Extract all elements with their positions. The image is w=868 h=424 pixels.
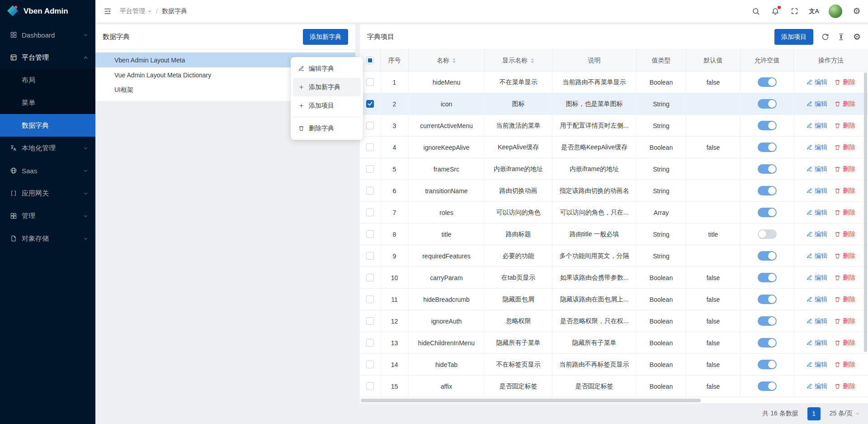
- context-menu-item-add-item[interactable]: 添加项目: [293, 96, 361, 115]
- row-checkbox[interactable]: [366, 165, 374, 173]
- sort-icons[interactable]: [452, 58, 456, 63]
- row-checkbox[interactable]: [366, 122, 374, 129]
- context-menu-item-edit-dictionary[interactable]: 编辑字典: [293, 59, 361, 78]
- edit-button[interactable]: 编辑: [807, 339, 827, 347]
- collapse-sidebar-icon[interactable]: [103, 6, 113, 16]
- translate-icon[interactable]: 文A: [809, 6, 819, 16]
- delete-button[interactable]: 删除: [835, 317, 855, 325]
- edit-button[interactable]: 编辑: [807, 209, 827, 217]
- page-size-select[interactable]: 25 条/页: [830, 410, 860, 418]
- row-checkbox[interactable]: [366, 78, 374, 86]
- context-menu-item-delete-dictionary[interactable]: 删除字典: [293, 119, 361, 138]
- delete-button[interactable]: 删除: [835, 187, 855, 195]
- allow-null-toggle[interactable]: [758, 164, 777, 174]
- allow-null-toggle[interactable]: [758, 143, 777, 152]
- row-checkbox[interactable]: [366, 382, 374, 390]
- sidebar-item-saas[interactable]: Saas: [0, 159, 95, 182]
- edit-button[interactable]: 编辑: [807, 274, 827, 282]
- row-checkbox[interactable]: [366, 339, 374, 347]
- sidebar-subitem-menu[interactable]: 菜单: [0, 91, 95, 114]
- search-icon[interactable]: [751, 6, 761, 16]
- delete-button[interactable]: 删除: [835, 382, 855, 391]
- sidebar-item-dashboard[interactable]: Dashboard: [0, 24, 95, 46]
- row-checkbox[interactable]: [366, 143, 374, 151]
- edit-button[interactable]: 编辑: [807, 100, 827, 108]
- row-checkbox[interactable]: [366, 252, 374, 260]
- edit-button[interactable]: 编辑: [807, 230, 827, 238]
- row-checkbox[interactable]: [366, 295, 374, 303]
- vertical-scrollbar[interactable]: [863, 71, 868, 398]
- row-checkbox[interactable]: [366, 100, 374, 108]
- edit-button[interactable]: 编辑: [807, 361, 827, 369]
- edit-button[interactable]: 编辑: [807, 122, 827, 130]
- edit-button[interactable]: 编辑: [807, 78, 827, 86]
- allow-null-toggle[interactable]: [758, 273, 777, 282]
- breadcrumb-item-platform[interactable]: 平台管理: [120, 7, 152, 15]
- delete-button[interactable]: 删除: [835, 252, 855, 260]
- refresh-icon[interactable]: [821, 33, 829, 41]
- sidebar-item-platform[interactable]: 平台管理: [0, 46, 95, 69]
- edit-button[interactable]: 编辑: [807, 295, 827, 304]
- column-header-name[interactable]: 名称: [409, 50, 485, 71]
- add-item-button[interactable]: 添加项目: [774, 29, 813, 45]
- allow-null-toggle[interactable]: [758, 186, 777, 195]
- allow-null-toggle[interactable]: [758, 251, 777, 261]
- notification-bell-icon[interactable]: [770, 6, 780, 16]
- edit-button[interactable]: 编辑: [807, 187, 827, 195]
- horizontal-scrollbar[interactable]: [360, 398, 862, 403]
- sidebar-subitem-data-dictionary[interactable]: 数据字典: [0, 114, 95, 137]
- fullscreen-icon[interactable]: [790, 6, 800, 16]
- context-menu-item-add-new-dictionary[interactable]: 添加新字典: [293, 78, 361, 96]
- row-checkbox[interactable]: [366, 274, 374, 281]
- select-all-checkbox[interactable]: [366, 57, 374, 64]
- allow-null-toggle[interactable]: [758, 381, 777, 391]
- row-height-icon[interactable]: [837, 33, 845, 41]
- delete-button[interactable]: 删除: [835, 100, 855, 108]
- allow-null-toggle[interactable]: [758, 77, 777, 87]
- delete-button[interactable]: 删除: [835, 339, 855, 347]
- delete-button[interactable]: 删除: [835, 361, 855, 369]
- edit-button[interactable]: 编辑: [807, 143, 827, 152]
- sidebar-item-management[interactable]: 管理: [0, 205, 95, 227]
- row-checkbox[interactable]: [366, 187, 374, 195]
- delete-button[interactable]: 删除: [835, 274, 855, 282]
- edit-button[interactable]: 编辑: [807, 165, 827, 173]
- sidebar-item-localization[interactable]: 本地化管理: [0, 137, 95, 159]
- row-checkbox[interactable]: [366, 209, 374, 216]
- app-logo[interactable]: Vben Admin: [0, 0, 95, 23]
- delete-button[interactable]: 删除: [835, 78, 855, 86]
- allow-null-toggle[interactable]: [758, 99, 777, 109]
- delete-button[interactable]: 删除: [835, 209, 855, 217]
- delete-button[interactable]: 删除: [835, 122, 855, 130]
- edit-button[interactable]: 编辑: [807, 252, 827, 260]
- delete-button[interactable]: 删除: [835, 230, 855, 238]
- avatar[interactable]: [829, 5, 842, 18]
- allow-null-toggle[interactable]: [758, 295, 777, 304]
- vertical-scrollbar-thumb[interactable]: [864, 72, 867, 352]
- settings-gear-icon[interactable]: ⚙: [852, 6, 862, 16]
- edit-button[interactable]: 编辑: [807, 382, 827, 391]
- delete-button[interactable]: 删除: [835, 165, 855, 173]
- cell-no: 11: [381, 289, 409, 310]
- sidebar-item-object-storage[interactable]: 对象存储: [0, 227, 95, 250]
- column-header-display[interactable]: 显示名称: [485, 50, 552, 71]
- allow-null-toggle[interactable]: [758, 338, 777, 348]
- allow-null-toggle[interactable]: [758, 229, 777, 239]
- allow-null-toggle[interactable]: [758, 316, 777, 326]
- delete-button[interactable]: 删除: [835, 143, 855, 152]
- sidebar-item-gateway[interactable]: 应用网关: [0, 182, 95, 205]
- delete-button[interactable]: 删除: [835, 295, 855, 304]
- sidebar-subitem-layout[interactable]: 布局: [0, 69, 95, 91]
- page-button-1[interactable]: 1: [807, 407, 821, 420]
- allow-null-toggle[interactable]: [758, 208, 777, 217]
- add-dictionary-button[interactable]: 添加新字典: [303, 29, 348, 45]
- row-checkbox[interactable]: [366, 361, 374, 368]
- allow-null-toggle[interactable]: [758, 360, 777, 369]
- edit-button[interactable]: 编辑: [807, 317, 827, 325]
- horizontal-scrollbar-thumb[interactable]: [361, 399, 701, 402]
- table-settings-icon[interactable]: ⚙: [853, 33, 861, 41]
- row-checkbox[interactable]: [366, 317, 374, 325]
- row-checkbox[interactable]: [366, 230, 374, 238]
- sort-icons[interactable]: [530, 58, 534, 63]
- allow-null-toggle[interactable]: [758, 121, 777, 130]
